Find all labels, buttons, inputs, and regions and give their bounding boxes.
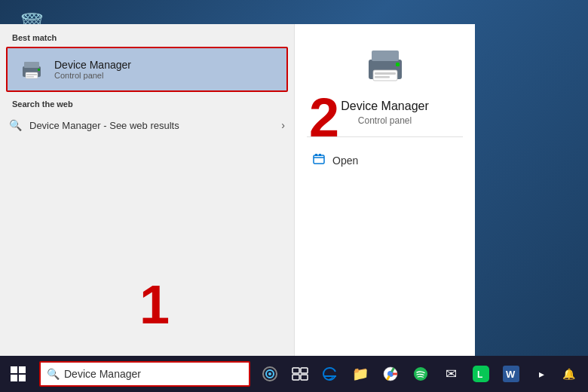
svg-rect-3	[38, 69, 40, 71]
svg-rect-10	[375, 72, 396, 75]
step-2-label: 2	[309, 90, 339, 145]
detail-open-icon	[313, 152, 326, 169]
taskbar-task-view-icon[interactable]	[286, 360, 314, 387]
start-button[interactable]	[0, 356, 36, 392]
svg-rect-2	[24, 62, 39, 68]
web-search-arrow-icon: ›	[281, 119, 285, 131]
taskbar-cortana-icon[interactable]	[256, 360, 283, 387]
start-menu: Best match Device Manager Control	[0, 24, 475, 356]
taskbar-more-icon[interactable]: ▸	[528, 360, 555, 387]
best-match-item[interactable]: Device Manager Control panel	[6, 47, 288, 92]
web-search-item[interactable]: 🔍 Device Manager - See web results ›	[0, 113, 294, 137]
svg-rect-7	[373, 70, 397, 81]
taskbar-line-icon[interactable]: L	[467, 360, 495, 387]
taskbar-spotify-icon[interactable]	[407, 360, 434, 387]
detail-title: Device Manager	[341, 100, 429, 113]
svg-rect-18	[19, 375, 26, 381]
taskbar: 🔍	[0, 356, 588, 392]
best-match-label: Best match	[0, 24, 294, 47]
detail-open-action[interactable]: Open	[307, 148, 463, 173]
svg-point-28	[388, 372, 393, 376]
best-match-text: Device Manager Control panel	[54, 59, 131, 80]
svg-rect-17	[11, 375, 17, 381]
svg-rect-11	[375, 76, 390, 78]
desktop: 🗑️ Recycle Bin A Adobe Applic... A Bitst…	[0, 0, 588, 392]
web-search-text: Device Manager - See web results	[29, 120, 179, 131]
taskbar-system-tray: 🔔	[555, 360, 588, 387]
svg-rect-25	[301, 375, 308, 380]
svg-rect-23	[301, 368, 308, 373]
detail-subtitle: Control panel	[358, 115, 412, 126]
svg-point-21	[268, 372, 271, 375]
notification-icon[interactable]: 🔔	[555, 360, 582, 387]
svg-rect-9	[396, 63, 400, 66]
web-search-label: Search the web	[0, 92, 294, 113]
svg-rect-13	[315, 154, 317, 156]
taskbar-mail-icon[interactable]: ✉	[437, 360, 464, 387]
svg-rect-16	[19, 366, 26, 373]
web-search-icon: 🔍	[9, 119, 22, 131]
detail-panel: Device Manager Control panel Open	[294, 24, 475, 356]
svg-rect-15	[11, 366, 17, 373]
taskbar-search-icon: 🔍	[47, 368, 60, 380]
svg-rect-8	[372, 51, 399, 61]
svg-text:L: L	[477, 369, 482, 380]
taskbar-explorer-icon[interactable]: 📁	[347, 360, 374, 387]
taskbar-chrome-icon[interactable]	[377, 360, 404, 387]
best-match-title: Device Manager	[54, 59, 131, 71]
taskbar-app-icons: 📁	[256, 360, 555, 387]
svg-rect-24	[292, 375, 299, 380]
svg-rect-12	[314, 155, 324, 164]
best-match-subtitle: Control panel	[54, 71, 131, 80]
svg-rect-14	[319, 154, 321, 156]
taskbar-edge-icon[interactable]	[317, 360, 344, 387]
svg-rect-4	[26, 74, 37, 75]
svg-rect-5	[26, 76, 34, 78]
detail-open-label: Open	[332, 155, 358, 167]
best-match-app-icon	[17, 54, 47, 84]
svg-text:W: W	[506, 369, 516, 380]
step-1-label: 1	[139, 277, 170, 332]
detail-app-icon	[359, 39, 412, 92]
svg-rect-22	[292, 368, 299, 373]
taskbar-word-icon[interactable]: W	[498, 360, 525, 387]
taskbar-search-box[interactable]: 🔍	[39, 361, 250, 387]
search-input[interactable]	[64, 368, 243, 380]
